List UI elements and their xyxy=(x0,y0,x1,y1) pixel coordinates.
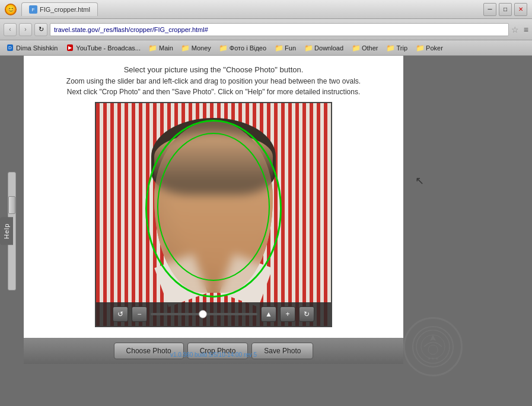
bookmark-trip-icon: 📁 xyxy=(387,44,395,52)
browser-menu-button[interactable]: ≡ xyxy=(524,25,528,34)
zoom-out-button[interactable]: − xyxy=(132,306,147,322)
bookmark-fun[interactable]: 📁 Fun xyxy=(271,43,300,53)
title-bar: 😊 F FIG_cropper.html ─ □ ✕ xyxy=(0,0,532,19)
bookmark-download-icon: 📁 xyxy=(304,44,313,52)
bookmark-money-label: Money xyxy=(192,44,211,52)
address-input[interactable] xyxy=(50,23,509,36)
bookmark-star[interactable]: ☆ xyxy=(511,25,519,34)
bookmark-dima[interactable]: D Dima Shishkin xyxy=(2,43,61,53)
bookmark-fun-label: Fun xyxy=(285,44,296,52)
seal-svg: ★ ★ ★ xyxy=(415,329,451,365)
bookmark-youtube[interactable]: ▶ YouTube - Broadcas... xyxy=(62,43,144,53)
svg-text:★ ★ ★: ★ ★ ★ xyxy=(428,357,438,360)
bookmark-youtube-icon: ▶ xyxy=(66,44,74,52)
title-bar-left: 😊 F FIG_cropper.html xyxy=(5,2,98,16)
version-text: v1.0.960 build 5/5/10-14:00 rev 5 xyxy=(170,351,257,358)
center-button[interactable]: ▲ xyxy=(261,306,276,322)
bookmark-fun-icon: 📁 xyxy=(275,44,283,52)
svg-point-2 xyxy=(428,345,438,354)
bookmark-download-label: Download xyxy=(314,44,343,52)
instruction-line1: Select your picture using the "Choose Ph… xyxy=(36,64,391,76)
content-box: Select your picture using the "Choose Ph… xyxy=(24,56,403,364)
refresh-button[interactable]: ↻ xyxy=(34,23,47,36)
bookmark-main[interactable]: 📁 Main xyxy=(145,43,177,53)
instruction-line3: Next click "Crop Photo" and then "Save P… xyxy=(36,87,391,97)
bookmark-other-label: Other xyxy=(362,44,378,52)
seal-inner: ★ ★ ★ xyxy=(412,326,454,367)
bookmark-main-icon: 📁 xyxy=(149,44,157,52)
maximize-button[interactable]: □ xyxy=(499,3,512,16)
bookmark-photo-icon: 📁 xyxy=(219,44,228,52)
face-blur xyxy=(154,121,273,293)
bookmark-photo-label: Фото і Відео xyxy=(230,44,266,52)
browser-content: Help Select your picture using the "Choo… xyxy=(0,56,532,406)
bookmark-trip[interactable]: 📁 Trip xyxy=(383,43,412,53)
close-button[interactable]: ✕ xyxy=(514,3,527,16)
scrollbar-thumb[interactable] xyxy=(8,196,15,214)
save-photo-button[interactable]: Save Photo xyxy=(251,343,313,359)
help-tab[interactable]: Help xyxy=(0,217,13,245)
zoom-in-button[interactable]: + xyxy=(280,306,295,322)
seal-watermark: ★ ★ ★ xyxy=(403,317,463,376)
seal-circle: ★ ★ ★ xyxy=(403,317,463,376)
bookmark-money-icon: 📁 xyxy=(181,44,190,52)
bookmark-poker-icon: 📁 xyxy=(416,44,424,52)
help-tab-container: Help xyxy=(0,217,13,245)
zoom-slider-track[interactable] xyxy=(151,313,257,315)
forward-button[interactable]: › xyxy=(19,23,32,36)
instruction-line2: Zoom using the slider bar and left-click… xyxy=(36,76,391,87)
instructions: Select your picture using the "Choose Ph… xyxy=(24,56,403,102)
browser-tab[interactable]: F FIG_cropper.html xyxy=(21,2,98,16)
rotate-right-button[interactable]: ↻ xyxy=(299,306,314,322)
rotate-left-button[interactable]: ↺ xyxy=(113,306,128,322)
bookmark-other[interactable]: 📁 Other xyxy=(348,43,382,53)
bookmark-main-label: Main xyxy=(159,44,173,52)
mouse-cursor: ↖ xyxy=(415,174,424,187)
zoom-slider-thumb[interactable] xyxy=(199,310,207,318)
bookmarks-bar: D Dima Shishkin ▶ YouTube - Broadcas... … xyxy=(0,40,532,56)
slider-bar: ↺ − ▲ + ↻ xyxy=(96,302,331,326)
minimize-button[interactable]: ─ xyxy=(483,3,496,16)
person-photo xyxy=(96,103,331,326)
bookmark-money[interactable]: 📁 Money xyxy=(178,43,215,53)
bookmark-other-icon: 📁 xyxy=(352,44,360,52)
back-button[interactable]: ‹ xyxy=(4,23,17,36)
bookmark-dima-icon: D xyxy=(6,44,14,52)
bookmark-download[interactable]: 📁 Download xyxy=(301,43,347,53)
bookmark-poker[interactable]: 📁 Poker xyxy=(412,43,447,53)
title-bar-controls: ─ □ ✕ xyxy=(483,3,527,16)
bottom-buttons: Choose Photo Crop Photo Save Photo xyxy=(24,338,403,364)
bookmark-dima-label: Dima Shishkin xyxy=(16,44,58,52)
right-area: ↖ ★ ★ ★ xyxy=(403,56,480,406)
tab-title: FIG_cropper.html xyxy=(40,6,90,13)
address-bar: ‹ › ↻ ☆ ≡ xyxy=(0,19,532,40)
face-area xyxy=(154,121,273,293)
main-page: Select your picture using the "Choose Ph… xyxy=(24,56,403,406)
photo-canvas-wrapper: ↺ − ▲ + ↻ xyxy=(24,102,403,327)
bookmark-trip-label: Trip xyxy=(397,44,408,52)
bookmark-youtube-label: YouTube - Broadcas... xyxy=(76,44,141,52)
bookmark-poker-label: Poker xyxy=(426,44,443,52)
photo-canvas[interactable]: ↺ − ▲ + ↻ xyxy=(95,102,332,327)
bookmark-photo[interactable]: 📁 Фото і Відео xyxy=(216,43,270,53)
browser-icon: 😊 xyxy=(5,4,17,15)
tab-favicon: F xyxy=(29,5,37,14)
